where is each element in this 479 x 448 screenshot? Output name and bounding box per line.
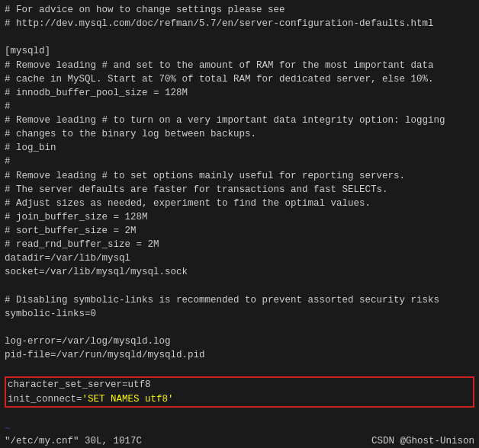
line-16: # join_buffer_size = 128M xyxy=(5,210,474,224)
status-bar-right: CSDN @Ghost-Unison xyxy=(371,436,474,446)
terminal-content: # For advice on how to change settings p… xyxy=(5,3,474,448)
line-18: # read_rnd_buffer_size = 2M xyxy=(5,238,474,251)
line-4: [mysqld] xyxy=(5,44,474,58)
line-22: # Disabling symbolic-links is recommende… xyxy=(5,293,474,307)
line-28: character_set_server=utf8 xyxy=(8,378,471,392)
line-26: pid-file=/var/run/mysqld/mysqld.pid xyxy=(5,348,474,362)
init-connect-value: 'SET NAMES utf8' xyxy=(82,394,174,405)
line-12: # xyxy=(5,155,474,168)
line-21 xyxy=(5,280,474,293)
line-29: init_connect='SET NAMES utf8' xyxy=(8,392,471,406)
line-23: symbolic-links=0 xyxy=(5,307,474,321)
line-13: # Remove leading # to set options mainly… xyxy=(5,169,474,183)
line-15: # Adjust sizes as needed, experiment to … xyxy=(5,197,474,210)
line-9: # Remove leading # to turn on a very imp… xyxy=(5,114,474,127)
line-11: # log_bin xyxy=(5,141,474,155)
line-8: # xyxy=(5,100,474,114)
line-3 xyxy=(5,30,474,44)
line-2: # http://dev.mysql.com/doc/refman/5.7/en… xyxy=(5,17,474,30)
line-1: # For advice on how to change settings p… xyxy=(5,3,474,17)
line-30 xyxy=(5,408,474,422)
highlighted-block: character_set_server=utf8 init_connect='… xyxy=(5,376,474,407)
line-25: log-error=/var/log/mysqld.log xyxy=(5,334,474,348)
line-7: # innodb_buffer_pool_size = 128M xyxy=(5,86,474,100)
line-24 xyxy=(5,321,474,334)
line-17: # sort_buffer_size = 2M xyxy=(5,224,474,238)
line-6: # cache in MySQL. Start at 70% of total … xyxy=(5,72,474,86)
line-20: socket=/var/lib/mysql/mysql.sock xyxy=(5,265,474,279)
line-27 xyxy=(5,362,474,376)
line-10: # changes to the binary log between back… xyxy=(5,127,474,141)
status-bar: "/etc/my.cnf" 30L, 1017C CSDN @Ghost-Uni… xyxy=(0,434,479,448)
status-bar-left: "/etc/my.cnf" 30L, 1017C xyxy=(5,436,142,446)
charset-line: character_set_server=utf8 xyxy=(8,379,151,390)
line-19: datadir=/var/lib/mysql xyxy=(5,251,474,265)
line-5: # Remove leading # and set to the amount… xyxy=(5,59,474,72)
init-connect-label: init_connect= xyxy=(8,394,82,405)
line-14: # The server defaults are faster for tra… xyxy=(5,183,474,197)
terminal: # For advice on how to change settings p… xyxy=(0,0,479,448)
